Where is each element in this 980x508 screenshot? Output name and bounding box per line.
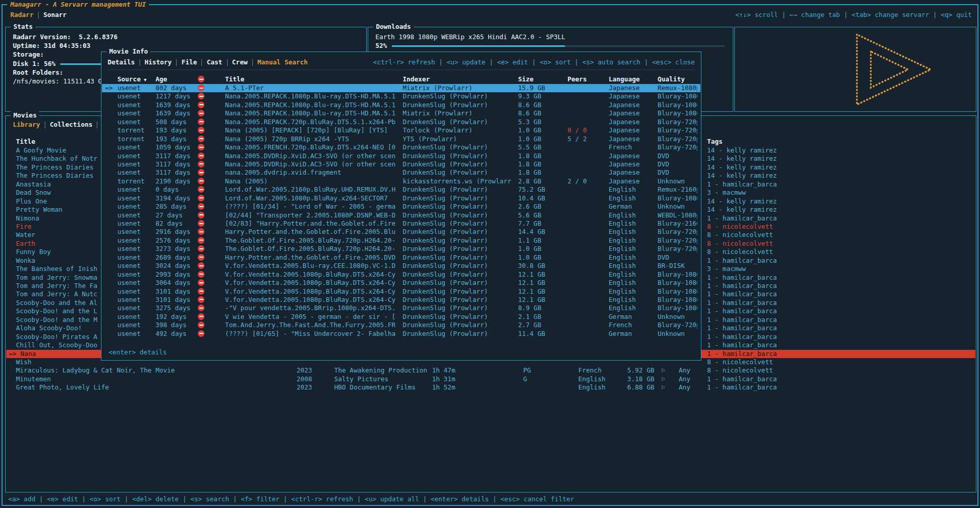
release-quality: Bluray-720p <box>658 126 697 134</box>
tab-cast[interactable]: Cast <box>207 58 222 66</box>
release-quality: Bluray-2160p <box>658 219 697 228</box>
col-rejected[interactable] <box>198 75 225 83</box>
release-row[interactable]: torrent 193 days Nana (2005) 720p BRRip … <box>102 135 700 143</box>
release-row[interactable]: torrent 2190 days Nana (2005) kickasstor… <box>102 177 700 185</box>
top-help: <↑↓> scroll | ←→ change tab | <tab> chan… <box>735 11 972 19</box>
release-row[interactable]: usenet 2576 days The.Goblet.Of.Fire.2005… <box>102 236 700 245</box>
movie-tag: 1 - hamilcar_barca <box>707 375 975 383</box>
release-row[interactable]: usenet 3024 days V.for.Vendetta.2005.Blu… <box>102 262 700 270</box>
release-row[interactable]: usenet 3117 days nana.2005.dvdrip.xvid.f… <box>102 168 700 177</box>
release-row[interactable]: usenet 3117 days Nana.2005.DVDRip.XviD.A… <box>102 152 700 160</box>
release-peers: 5 / 2 <box>568 135 609 143</box>
no-entry-icon <box>198 178 204 184</box>
release-row[interactable]: usenet 82 days [02/83] "Harry.Potter.and… <box>102 219 700 228</box>
col-release-title[interactable]: Title <box>225 75 403 83</box>
release-row[interactable]: usenet 492 days (????) [01/65] - "Miss U… <box>102 330 700 338</box>
release-row[interactable]: usenet 398 days Tom.And.Jerry.The.Fast.A… <box>102 321 700 329</box>
release-size: 5.3 GB <box>518 118 568 126</box>
release-row[interactable]: usenet 27 days [02/44] "Transporter 2.20… <box>102 211 700 219</box>
release-row[interactable]: usenet 508 days Nana.2005.REPACK.720p.Bl… <box>102 118 700 126</box>
no-entry-icon <box>198 118 204 125</box>
release-row[interactable]: torrent 193 days Nana (2005) [REPACK] [7… <box>102 126 700 134</box>
release-size: 12.1 GB <box>518 287 568 296</box>
release-quality: DVD <box>658 152 697 160</box>
release-source: usenet <box>117 245 156 253</box>
release-size: 12.1 GB <box>518 270 568 279</box>
release-row[interactable]: usenet 2916 days Harry.Potter.and.the.Go… <box>102 228 700 236</box>
release-peers <box>568 296 609 304</box>
release-row[interactable]: usenet 2993 days V.for.Vendetta.2005.108… <box>102 270 700 279</box>
release-row[interactable]: usenet 1059 days Nana.2005.FRENCH.720p.B… <box>102 143 700 151</box>
col-quality[interactable]: Quality <box>658 75 697 83</box>
release-row[interactable]: usenet 1639 days Nana.2005.REPACK.1080p.… <box>102 101 700 109</box>
release-age: 192 days <box>156 313 198 321</box>
release-rejected <box>198 143 225 151</box>
release-size: 12.1 GB <box>518 296 568 304</box>
root-folder-value: /nfs/movies: 11511.43 GB <box>13 77 106 86</box>
col-indexer[interactable]: Indexer <box>403 75 518 83</box>
col-peers[interactable]: Peers <box>568 75 609 83</box>
movie-row[interactable]: Great Photo, Lovely Life 2023 HBO Docume… <box>6 383 975 392</box>
tab-separator <box>252 59 253 66</box>
release-row[interactable]: usenet 3101 days V.for.Vendetta.2005.108… <box>102 296 700 304</box>
tab-crew[interactable]: Crew <box>232 58 248 66</box>
release-peers <box>568 101 609 109</box>
release-rejected <box>198 296 225 304</box>
release-age: 2916 days <box>156 228 198 236</box>
tab-file[interactable]: File <box>181 58 197 66</box>
col-language[interactable]: Language <box>609 75 658 83</box>
release-row[interactable]: usenet 1217 days Nana.2005.REPACK.1080p.… <box>102 92 700 100</box>
no-entry-icon <box>198 228 204 235</box>
release-source: usenet <box>117 228 156 236</box>
tab-manual-search[interactable]: Manual Search <box>257 58 308 66</box>
release-size: 5.6 GB <box>518 211 568 219</box>
tab-history[interactable]: History <box>145 58 172 66</box>
release-row[interactable]: usenet 3101 days V.for.Vendetta.2005.108… <box>102 287 700 296</box>
release-title: Nana (2005) <box>225 177 403 185</box>
movies-panel-title: Movies <box>11 111 39 120</box>
col-age[interactable]: Age <box>156 75 198 83</box>
release-row[interactable]: usenet 3064 days V.for.Vendetta.2005.108… <box>102 279 700 287</box>
release-row[interactable]: usenet 285 days (????) [01/34] - "Lord o… <box>102 202 700 211</box>
release-language: Japanese <box>609 177 658 185</box>
release-peers <box>568 321 609 329</box>
release-row[interactable]: usenet 3275 days -"V pour vendetta.2005.… <box>102 304 700 312</box>
release-row[interactable]: usenet 0 days Lord.of.War.2005.2160p.Blu… <box>102 185 700 194</box>
release-row[interactable]: => usenet 802 days A 5.1-PTer Miatrix (P… <box>102 84 700 92</box>
movie-row[interactable]: Minutemen 2008 Salty Pictures 1h 31m G E… <box>6 375 975 383</box>
release-source: usenet <box>117 202 156 211</box>
release-row[interactable]: usenet 192 days V wie Vendetta - 2005 - … <box>102 313 700 321</box>
release-row[interactable]: usenet 3117 days Nana.2005.DVDRip.XviD.A… <box>102 160 700 168</box>
storage-label: Storage: <box>13 50 44 59</box>
movie-rating: G <box>523 375 578 383</box>
release-row[interactable]: usenet 3194 days Lord.of.War.2005.1080p.… <box>102 194 700 202</box>
release-peers: 2 / 0 <box>568 177 609 185</box>
release-row[interactable]: usenet 3273 days The.Goblet.Of.Fire.2005… <box>102 245 700 253</box>
movie-tag: 14 - kelly ramirez <box>707 197 975 206</box>
col-source[interactable]: Source▼ <box>117 75 156 83</box>
movie-tag: 14 - kelly ramirez <box>707 163 975 172</box>
no-entry-icon <box>198 237 204 244</box>
movie-row[interactable]: Miraculous: Ladybug & Cat Noir, The Movi… <box>6 366 975 375</box>
release-row[interactable]: usenet 1639 days Nana.2005.REPACK.1080p.… <box>102 109 700 117</box>
tab-collections[interactable]: Collections <box>50 121 93 129</box>
selection-arrow <box>105 279 117 287</box>
tab-library[interactable]: Library <box>13 121 40 129</box>
col-size[interactable]: Size <box>518 75 568 83</box>
selection-arrow: => <box>105 84 117 92</box>
release-size: 11.4 GB <box>518 330 568 338</box>
selection-arrow <box>105 152 117 160</box>
release-age: 2576 days <box>156 236 198 245</box>
release-size: 8.6 GB <box>518 101 568 109</box>
tab-details[interactable]: Details <box>108 58 135 66</box>
release-quality: Bluray-1080p <box>658 270 697 279</box>
release-indexer: DrunkenSlug (Prowlarr) <box>403 185 518 194</box>
tab-separator <box>97 122 97 128</box>
release-row[interactable]: usenet 2689 days Harry.Potter.and.the.Go… <box>102 253 700 262</box>
release-source: usenet <box>117 279 156 287</box>
tab-radarr[interactable]: Radarr <box>10 11 33 19</box>
release-indexer: Torlock (Prowlarr) <box>403 126 518 134</box>
tab-sonarr[interactable]: Sonarr <box>43 11 66 19</box>
release-indexer: DrunkenSlug (Prowlarr) <box>403 92 518 100</box>
release-indexer: DrunkenSlug (Prowlarr) <box>403 270 518 279</box>
